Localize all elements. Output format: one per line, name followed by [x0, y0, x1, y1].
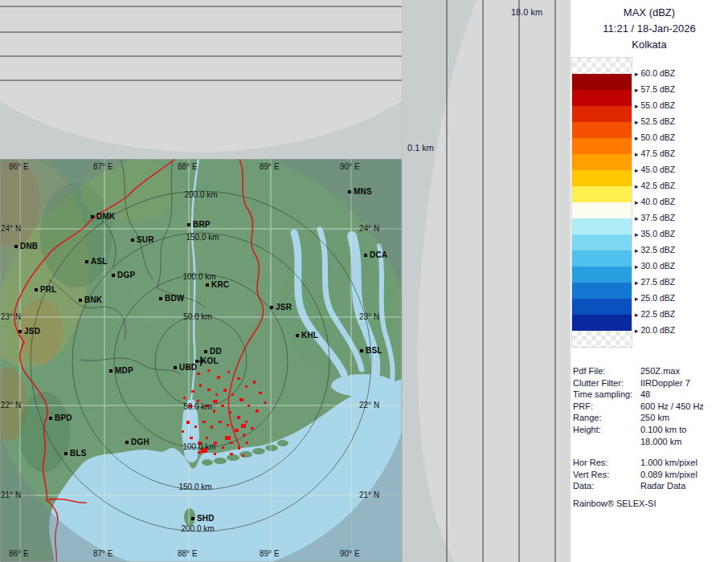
colorbar-label: ▸35.0 dBZ — [635, 229, 675, 238]
longitude-label: 86° E — [9, 162, 29, 171]
city-dot-icon — [125, 441, 129, 444]
colorbar-label: ▸30.0 dBZ — [635, 261, 675, 271]
legend-tick-icon: ▸ — [635, 279, 639, 287]
legend-tick-icon: ▸ — [635, 214, 639, 222]
height-scale-min-label: 0.1 km — [407, 143, 434, 153]
metadata-label — [573, 436, 640, 448]
city-dot-icon — [79, 299, 82, 302]
city-dot-icon — [64, 452, 67, 455]
city-marker: DCA — [364, 250, 387, 259]
latitude-label: 21° N — [1, 491, 21, 499]
legend-tick-icon: ▸ — [635, 102, 639, 110]
city-dot-icon — [112, 274, 115, 277]
latitude-label: 24° N — [1, 224, 21, 233]
metadata-row: Range:250 km — [573, 412, 727, 424]
city-marker: SHD — [191, 514, 215, 523]
city-label: DD — [210, 347, 222, 356]
legend-tick-icon: ▸ — [635, 166, 639, 174]
legend-tick-icon: ▸ — [635, 134, 639, 142]
city-marker: BDW — [159, 294, 184, 303]
city-label: BPD — [55, 413, 72, 422]
city-dot-icon — [195, 360, 198, 363]
colorbar-band — [572, 283, 632, 299]
colorbar-label: ▸60.0 dBZ — [635, 68, 675, 78]
colorbar-labels: ▸60.0 dBZ▸57.5 dBZ▸55.0 dBZ▸52.5 dBZ▸50.… — [635, 58, 726, 356]
city-marker: MDP — [109, 366, 133, 375]
legend-panel: MAX (dBZ) 11:21 / 18-Jan-2026 Kolkata ▸6… — [571, 0, 728, 562]
metadata-rows: Pdf File:250Z.maxClutter Filter:IIRDoppl… — [573, 365, 727, 492]
city-dot-icon — [206, 283, 209, 287]
city-dot-icon — [159, 297, 162, 300]
colorbar-label: ▸50.0 dBZ — [635, 132, 675, 142]
colorbar-band — [572, 138, 632, 154]
colorbar-band — [572, 315, 632, 331]
city-dot-icon — [49, 417, 52, 420]
colorbar-band — [572, 234, 632, 250]
city-dot-icon — [204, 350, 207, 353]
range-ring-label: 50.0 km — [183, 312, 212, 321]
metadata-row: PRF:600 Hz / 450 Hz — [573, 401, 727, 413]
city-label: KOL — [201, 356, 219, 365]
legend-tick-icon: ▸ — [635, 118, 639, 126]
city-marker: DNB — [14, 242, 38, 250]
metadata-row: Pdf File:250Z.max — [573, 365, 727, 377]
vertical-projection-panel-top — [0, 0, 402, 159]
latitude-label: 24° N — [359, 224, 379, 233]
city-dot-icon — [174, 366, 177, 369]
city-marker: MNS — [348, 187, 372, 196]
metadata-label: Time sampling: — [573, 389, 640, 401]
metadata-label: Pdf File: — [573, 365, 640, 377]
colorbar-label: ▸37.5 dBZ — [635, 213, 675, 222]
city-marker: ASL — [85, 257, 108, 266]
colorbar-band — [572, 299, 632, 315]
longitude-label: 88° E — [178, 549, 198, 558]
metadata-value: IIRDoppler 7 — [640, 377, 727, 389]
metadata-value: 18.000 km — [640, 436, 727, 448]
colorbar-band — [572, 90, 632, 106]
colorbar-label: ▸22.5 dBZ — [635, 309, 675, 319]
colorbar-band — [572, 202, 632, 218]
city-marker: BSL — [360, 346, 382, 355]
metadata-row: Time sampling:48 — [573, 389, 727, 401]
city-label: ASL — [91, 257, 108, 266]
colorbar — [572, 58, 632, 347]
city-dot-icon — [296, 334, 299, 337]
legend-tick-icon: ▸ — [635, 182, 639, 190]
colorbar-label: ▸57.5 dBZ — [635, 84, 675, 94]
latitude-label: 22° N — [359, 401, 379, 409]
radar-app-window: 18.0 km 0.1 km — [0, 0, 728, 562]
city-label: JSD — [24, 327, 40, 336]
city-label: BRP — [193, 220, 211, 229]
colorbar-band — [572, 267, 632, 283]
range-ring-label: 200.0 km — [184, 190, 217, 199]
city-marker: JSR — [270, 303, 292, 312]
metadata-label: Range: — [573, 412, 640, 424]
station-name: Kolkata — [571, 37, 728, 53]
city-dot-icon — [91, 215, 94, 218]
latitude-label: 23° N — [359, 312, 379, 321]
city-marker: BLS — [64, 449, 87, 458]
city-label: DCA — [370, 250, 387, 259]
colorbar-band — [572, 331, 632, 347]
colorbar-band — [572, 186, 632, 202]
city-dot-icon — [364, 254, 367, 257]
metadata-row: Data:Radar Data — [573, 480, 727, 492]
city-label: KRC — [211, 280, 229, 289]
latitude-label: 23° N — [1, 312, 21, 321]
legend-tick-icon: ▸ — [635, 295, 639, 303]
metadata-row: 18.000 km — [573, 436, 727, 448]
legend-tick-icon: ▸ — [635, 198, 639, 206]
city-marker: PRL — [35, 285, 57, 294]
city-label: SUR — [137, 235, 154, 244]
scan-datetime: 11:21 / 18-Jan-2026 — [571, 21, 728, 37]
city-dot-icon — [14, 245, 18, 248]
city-marker: KHL — [296, 331, 318, 340]
colorbar-label: ▸45.0 dBZ — [635, 165, 675, 174]
metadata-row: Clutter Filter:IIRDoppler 7 — [573, 377, 727, 389]
city-marker: DGH — [125, 438, 149, 446]
metadata-label: PRF: — [573, 401, 640, 413]
colorbar-label: ▸40.0 dBZ — [635, 197, 675, 206]
metadata-label: Hor Res: — [573, 457, 640, 469]
map-labels: 86° E86° E87° E87° E88° E88° E89° E89° E… — [0, 159, 402, 562]
city-label: MNS — [354, 187, 372, 196]
